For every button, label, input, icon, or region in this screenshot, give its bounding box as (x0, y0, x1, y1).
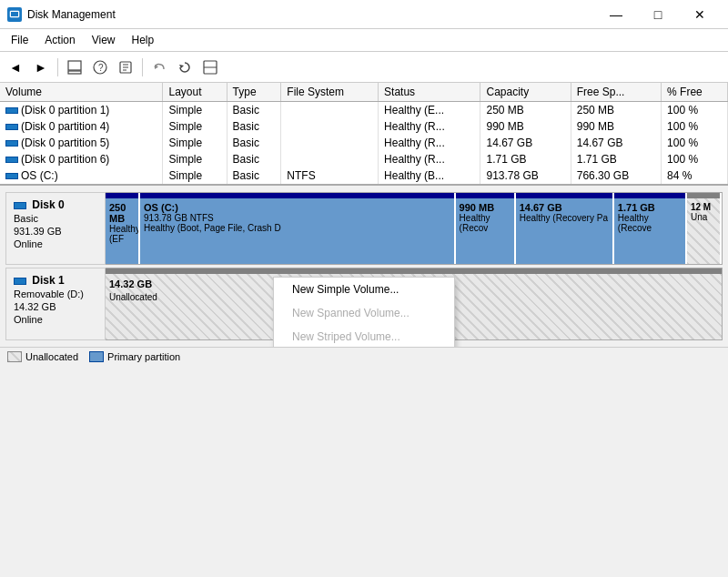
disk1-size: 14.32 GB (14, 301, 97, 312)
title-bar-left: Disk Management (7, 7, 116, 22)
disk0-label: Disk 0 Basic 931.39 GB Online (5, 192, 106, 265)
legend: Unallocated Primary partition (0, 347, 728, 366)
col-layout[interactable]: Layout (163, 83, 227, 102)
help-button[interactable]: ? (88, 56, 112, 79)
disk0-partition-2[interactable]: 990 MB Healthy (Recov (456, 193, 516, 264)
ctx-item-2: New Striped Volume... (274, 325, 454, 347)
legend-primary: Primary partition (89, 351, 180, 362)
col-free[interactable]: Free Sp... (571, 83, 661, 102)
ctx-item-0[interactable]: New Simple Volume... (274, 278, 454, 301)
menu-help[interactable]: Help (125, 31, 162, 49)
volume-table-container: Volume Layout Type File System Status Ca… (0, 83, 728, 186)
col-volume[interactable]: Volume (0, 83, 163, 102)
legend-primary-box (89, 351, 104, 362)
table-row[interactable]: (Disk 0 partition 1) Simple Basic Health… (0, 102, 728, 119)
forward-button[interactable]: ► (29, 56, 53, 79)
undo-button[interactable] (147, 56, 171, 79)
show-hide-button[interactable] (63, 56, 86, 79)
svg-rect-1 (11, 12, 18, 16)
disk0-partition-0[interactable]: 250 MB Healthy (EF (106, 193, 140, 264)
toolbar-sep1 (57, 58, 58, 76)
disk0-partition-5[interactable]: 12 M Una (687, 193, 722, 264)
svg-rect-3 (68, 71, 81, 74)
col-capacity[interactable]: Capacity (480, 83, 571, 102)
title-bar: Disk Management — □ ✕ (0, 0, 728, 29)
rescan-button[interactable] (198, 56, 222, 79)
col-pctfree[interactable]: % Free (662, 83, 728, 102)
col-status[interactable]: Status (379, 83, 480, 102)
disk1-type: Removable (D:) (14, 288, 97, 299)
disk0-size: 931.39 GB (14, 226, 97, 237)
svg-rect-2 (68, 61, 81, 70)
table-row[interactable]: (Disk 0 partition 5) Simple Basic Health… (0, 135, 728, 151)
table-row[interactable]: (Disk 0 partition 6) Simple Basic Health… (0, 151, 728, 167)
toolbar: ◄ ► ? (0, 52, 728, 83)
toolbar-sep2 (142, 58, 143, 76)
app-icon (7, 7, 22, 22)
window-controls: — □ ✕ (595, 2, 721, 27)
back-button[interactable]: ◄ (4, 56, 27, 79)
ctx-item-1: New Spanned Volume... (274, 301, 454, 325)
volume-table: Volume Layout Type File System Status Ca… (0, 83, 728, 184)
table-row[interactable]: OS (C:) Simple Basic NTFS Healthy (B... … (0, 167, 728, 184)
disk0-partitions: 250 MB Healthy (EF OS (C:) 913.78 GB NTF… (106, 192, 723, 265)
menu-file[interactable]: File (4, 31, 35, 49)
disk0-status: Online (14, 238, 97, 249)
table-row[interactable]: (Disk 0 partition 4) Simple Basic Health… (0, 118, 728, 135)
minimize-button[interactable]: — (595, 2, 637, 27)
legend-unallocated: Unallocated (7, 351, 78, 362)
menu-action[interactable]: Action (37, 31, 82, 49)
menu-bar: File Action View Help (0, 29, 728, 52)
properties-button[interactable] (114, 56, 137, 79)
legend-unallocated-box (7, 351, 22, 362)
menu-view[interactable]: View (85, 31, 123, 49)
context-menu: New Simple Volume...New Spanned Volume..… (273, 277, 455, 347)
svg-text:?: ? (98, 63, 104, 73)
disk1-name: Disk 1 (14, 274, 97, 287)
legend-unallocated-label: Unallocated (25, 351, 78, 362)
window-title: Disk Management (27, 8, 116, 21)
maximize-button[interactable]: □ (637, 2, 679, 27)
disk-view: Disk 0 Basic 931.39 GB Online 250 MB Hea… (0, 186, 728, 347)
close-button[interactable]: ✕ (679, 2, 721, 27)
refresh-button[interactable] (173, 56, 197, 79)
disk0-partition-1[interactable]: OS (C:) 913.78 GB NTFS Healthy (Boot, Pa… (140, 193, 456, 264)
col-filesystem[interactable]: File System (281, 83, 379, 102)
disk1-label: Disk 1 Removable (D:) 14.32 GB Online (5, 268, 106, 340)
disk0-partition-3[interactable]: 14.67 GB Healthy (Recovery Pa (516, 193, 614, 264)
disk0-partition-4[interactable]: 1.71 GB Healthy (Recove (614, 193, 687, 264)
legend-primary-label: Primary partition (107, 351, 180, 362)
disk0-name: Disk 0 (14, 198, 97, 211)
disk1-status: Online (14, 314, 97, 325)
col-type[interactable]: Type (227, 83, 281, 102)
disk0-row: Disk 0 Basic 931.39 GB Online 250 MB Hea… (5, 192, 723, 265)
disk0-type: Basic (14, 213, 97, 224)
